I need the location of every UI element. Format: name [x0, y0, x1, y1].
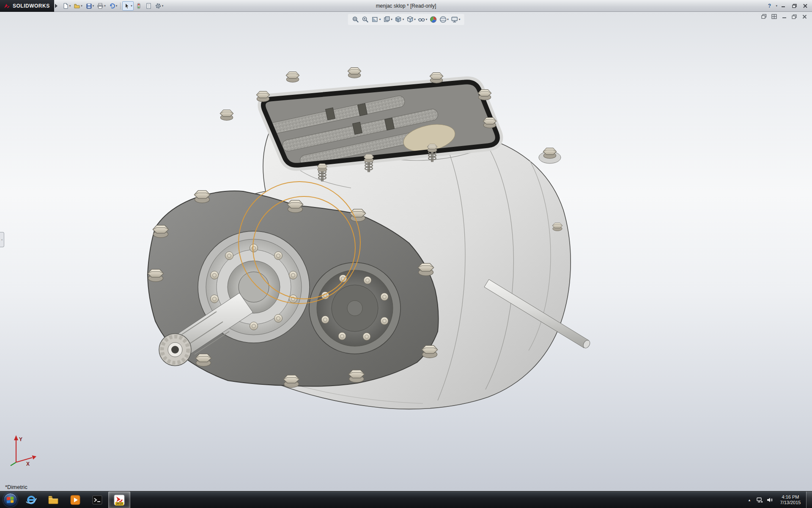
hide-show-items-button[interactable]: ▾ [417, 15, 428, 24]
x-axis-label: X [26, 461, 30, 467]
close-button[interactable] [800, 2, 810, 10]
dropdown-caret-icon[interactable]: ▾ [93, 4, 94, 8]
view-orientation-label: *Dimetric [5, 484, 27, 490]
cascade-windows-button[interactable] [760, 14, 767, 19]
restore-document-button[interactable] [791, 14, 798, 19]
dropdown-caret-icon[interactable]: ▾ [447, 18, 449, 21]
media-player-button[interactable] [64, 491, 86, 508]
view-selector-button[interactable]: ▾ [382, 15, 393, 24]
flyout-arrow-icon: ‹ [1, 238, 3, 242]
chevron-up-icon: ▴ [749, 498, 751, 502]
section-view-button[interactable]: ▾ [371, 15, 381, 24]
print-button[interactable]: ▾ [96, 1, 107, 11]
printer-icon [97, 3, 104, 9]
view-selector-icon [383, 16, 390, 23]
restore-button[interactable] [789, 2, 799, 10]
display-style-button[interactable]: ▾ [406, 15, 416, 24]
rear-hex-bolt[interactable] [543, 148, 557, 159]
start-button[interactable] [0, 491, 20, 508]
show-desktop-button[interactable] [806, 491, 812, 508]
taskbar: 2015 ▴ 4:16 PM [0, 491, 812, 508]
tile-windows-icon [771, 14, 777, 19]
hide-show-items-icon [418, 16, 425, 23]
display-style-icon [406, 16, 414, 23]
volume-button[interactable] [765, 491, 775, 508]
options-button[interactable]: ▾ [154, 1, 165, 11]
window-controls: ? ▾ [764, 2, 812, 10]
windows-orb-icon [3, 493, 17, 507]
zoom-to-area-button[interactable] [361, 15, 370, 24]
dropdown-caret-icon[interactable]: ▾ [116, 4, 118, 8]
dropdown-caret-icon[interactable]: ▾ [403, 18, 404, 21]
z-axis-arrow [11, 462, 16, 466]
view-settings-icon [451, 16, 458, 23]
document-window-controls [760, 14, 808, 19]
select-button[interactable]: ▾ [122, 1, 134, 11]
reference-triad: Y X [5, 432, 41, 469]
file-explorer-button[interactable] [42, 491, 64, 508]
spline-coupler[interactable] [159, 334, 191, 366]
view-settings-button[interactable]: ▾ [450, 15, 461, 24]
tray-date: 7/13/2015 [776, 500, 804, 505]
undo-button[interactable]: ▾ [107, 1, 119, 11]
help-icon: ? [766, 3, 773, 9]
cascade-windows-icon [761, 14, 767, 19]
featuremanager-flyout-tab[interactable]: ‹ [0, 232, 4, 247]
gearbox-model[interactable] [0, 12, 812, 491]
dropdown-caret-icon[interactable]: ▾ [69, 4, 71, 8]
command-prompt-icon [92, 494, 103, 505]
save-button[interactable]: ▾ [84, 1, 96, 11]
edit-appearance-button[interactable] [429, 15, 437, 24]
tray-time: 4:16 PM [776, 494, 804, 500]
rebuild-button[interactable] [134, 1, 143, 11]
network-icon [756, 497, 763, 503]
close-document-button[interactable] [801, 14, 808, 19]
undo-arrow-icon [109, 3, 115, 9]
tray-expand-button[interactable]: ▴ [744, 491, 754, 508]
tray-clock[interactable]: 4:16 PM 7/13/2015 [775, 494, 806, 505]
open-button[interactable]: ▾ [72, 1, 84, 11]
apply-scene-icon [439, 16, 447, 23]
dropdown-caret-icon[interactable]: ▾ [379, 18, 381, 21]
dropdown-caret-icon[interactable]: ▾ [414, 18, 416, 21]
command-prompt-button[interactable] [86, 491, 108, 508]
section-view-icon [371, 16, 379, 23]
side-stud-bolt[interactable] [552, 223, 562, 231]
solidworks-window: SOLIDWORKS ▾ ▾ ▾ [0, 0, 812, 508]
minimize-button[interactable] [778, 2, 788, 10]
help-button[interactable]: ? [764, 2, 774, 10]
options-gear-icon [155, 3, 162, 9]
help-caret-icon[interactable]: ▾ [776, 4, 777, 8]
save-disk-icon [85, 3, 92, 9]
solidworks-taskbar-button[interactable]: 2015 [108, 491, 130, 508]
network-status-button[interactable] [754, 491, 765, 508]
y-axis-label: Y [19, 436, 22, 442]
view-orientation-icon [395, 16, 402, 23]
graphics-area[interactable]: ▾ ▾ ▾ ▾ [0, 12, 812, 491]
new-button[interactable]: ▾ [61, 1, 72, 11]
dropdown-caret-icon[interactable]: ▾ [81, 4, 82, 8]
dropdown-caret-icon[interactable]: ▾ [131, 4, 132, 8]
y-axis-arrow [14, 435, 18, 440]
view-orientation-button[interactable]: ▾ [394, 15, 405, 24]
dropdown-caret-icon[interactable]: ▾ [426, 18, 428, 21]
internet-explorer-button[interactable] [20, 491, 42, 508]
titlebar: SOLIDWORKS ▾ ▾ ▾ [0, 0, 812, 12]
headsup-view-toolbar: ▾ ▾ ▾ ▾ [348, 14, 464, 25]
open-folder-icon [74, 3, 80, 9]
file-properties-icon [145, 3, 152, 9]
tile-windows-button[interactable] [771, 14, 777, 19]
close-document-icon [802, 14, 807, 19]
side-cover[interactable] [309, 262, 401, 354]
close-icon [803, 4, 807, 8]
dropdown-caret-icon[interactable]: ▾ [162, 4, 164, 8]
dropdown-caret-icon[interactable]: ▾ [104, 4, 106, 8]
file-properties-button[interactable] [144, 1, 153, 11]
zoom-to-fit-button[interactable] [351, 15, 360, 24]
dropdown-caret-icon[interactable]: ▾ [459, 18, 461, 21]
dropdown-caret-icon[interactable]: ▾ [391, 18, 392, 21]
minimize-document-button[interactable] [781, 14, 787, 19]
speaker-icon [766, 497, 773, 503]
apply-scene-button[interactable]: ▾ [439, 15, 449, 24]
toolbar-separator [120, 3, 121, 9]
